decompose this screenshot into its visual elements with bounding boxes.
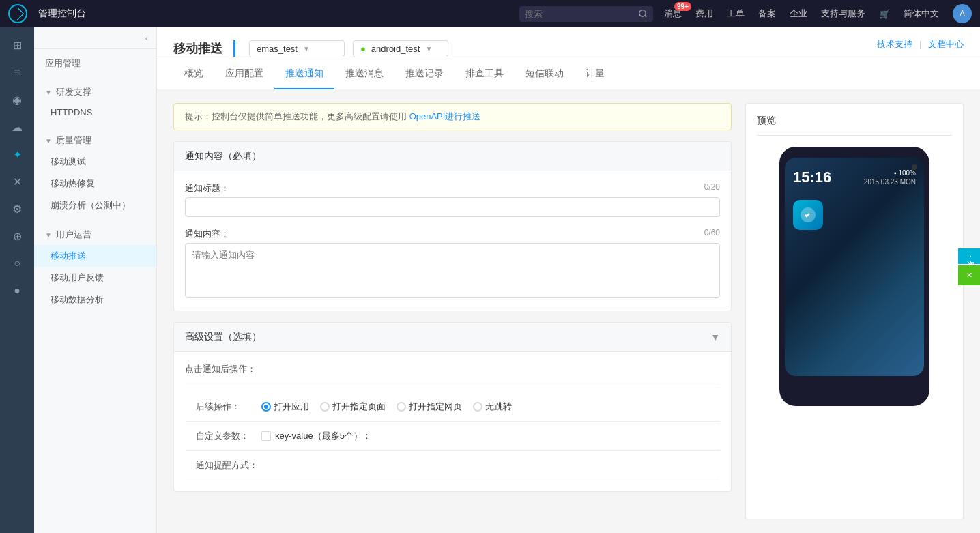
floating-sidebar: 咨询·建议 ✕ [958, 248, 980, 285]
sidebar-icon-gear[interactable]: ⚙ [3, 197, 31, 221]
tab-push-notify[interactable]: 推送通知 [274, 59, 334, 89]
nav-icp[interactable]: 备案 [758, 8, 776, 20]
phone-battery: ▪ 100% [894, 169, 916, 177]
logo-button[interactable] [8, 4, 27, 23]
content-field-label: 通知内容： [185, 228, 229, 240]
sidebar-group-quality: ▼ 质量管理 移动测试 移动热修复 崩溃分析（公测中） [34, 126, 156, 220]
title-field-row: 通知标题： 0/20 [185, 182, 720, 217]
tabs-bar: 概览 应用配置 推送通知 推送消息 推送记录 排查工具 短信联动 计量 [157, 59, 980, 89]
sidebar-group-user: ▼ 用户运营 移动推送 移动用户反馈 移动数据分析 [34, 220, 156, 315]
advanced-section: 高级设置（选填） ▼ 点击通知后操作： 后续操作： [173, 322, 732, 492]
notification-section-title: 通知内容（必填） [185, 150, 261, 162]
sidebar-item-hotfix[interactable]: 移动热修复 [34, 173, 156, 195]
nav-enterprise[interactable]: 企业 [790, 8, 807, 20]
sidebar-item-httpdns[interactable]: HTTPDNS [34, 102, 156, 122]
sidebar-icon-star[interactable]: ✦ [3, 142, 31, 167]
page-title: 移动推送 [173, 40, 235, 57]
sidebar-group-user-header[interactable]: ▼ 用户运营 [34, 225, 156, 245]
radio-no-jump-label: 无跳转 [485, 401, 512, 413]
content-count: 0/60 [704, 228, 720, 240]
sidebar-group-quality-header[interactable]: ▼ 质量管理 [34, 130, 156, 151]
left-sidebar: ‹ 应用管理 ▼ 研发支撑 HTTPDNS ▼ 质量管理 移动测试 移动热修复 … [34, 27, 157, 533]
tab-overview[interactable]: 概览 [173, 59, 214, 89]
floating-consult-btn[interactable]: 咨询·建议 [958, 248, 980, 263]
user-avatar[interactable]: A [953, 4, 972, 23]
sidebar-item-mobile-test[interactable]: 移动测试 [34, 151, 156, 173]
sidebar-icon-menu[interactable]: ≡ [3, 60, 31, 85]
sidebar-item-feedback[interactable]: 移动用户反馈 [34, 267, 156, 289]
sidebar-group-app-header[interactable]: 应用管理 [34, 53, 156, 74]
nav-cart[interactable]: 🛒 [879, 9, 890, 19]
battery-icon: ▪ [894, 169, 897, 177]
tab-sms[interactable]: 短信联动 [515, 59, 575, 89]
radio-open-page[interactable]: 打开指定页面 [320, 401, 386, 413]
nav-fee[interactable]: 费用 [695, 8, 713, 20]
notification-content-input[interactable] [185, 243, 720, 298]
tech-support-link[interactable]: 技术支持 [877, 39, 912, 49]
custom-params-text: key-value（最多5个）： [275, 430, 371, 442]
app-selector-2[interactable]: ● android_test ▼ [353, 40, 448, 57]
sidebar-icon-circle[interactable]: ○ [3, 251, 31, 276]
sidebar-item-crash[interactable]: 崩溃分析（公测中） [34, 195, 156, 216]
link-separator: | [919, 39, 924, 49]
search-input[interactable] [525, 9, 634, 19]
tab-push-record[interactable]: 推送记录 [394, 59, 455, 89]
tab-troubleshoot[interactable]: 排查工具 [455, 59, 515, 89]
sidebar-icon-add[interactable]: ⊕ [3, 224, 31, 248]
openapi-link[interactable]: OpenAPI进行推送 [409, 111, 481, 121]
advanced-section-title: 高级设置（选填） [185, 331, 261, 343]
sidebar-icon-grid[interactable]: ⊞ [3, 33, 31, 57]
sidebar-icon-dot[interactable]: ● [3, 278, 31, 303]
sidebar-icon-monitor[interactable]: ◉ [3, 87, 31, 112]
svg-line-1 [645, 16, 647, 18]
tab-push-msg[interactable]: 推送消息 [334, 59, 394, 89]
radio-open-app-label: 打开应用 [274, 401, 309, 413]
tab-config[interactable]: 应用配置 [214, 59, 274, 89]
follow-action-radios: 打开应用 打开指定页面 打开指定网页 [261, 401, 512, 413]
alert-tip: 提示：控制台仅提供简单推送功能，更多高级配置请使用 OpenAPI进行推送 [173, 103, 732, 130]
sidebar-group-quality-label: 质量管理 [56, 134, 91, 147]
phone-screen: 15:16 ▪ 100% 2015.03.23 MON [785, 158, 924, 376]
sidebar-item-analytics[interactable]: 移动数据分析 [34, 289, 156, 311]
phone-time: 15:16 [793, 169, 831, 186]
sidebar-group-dev-header[interactable]: ▼ 研发支撑 [34, 82, 156, 102]
radio-open-app-circle [261, 402, 271, 412]
floating-close-btn[interactable]: ✕ [958, 265, 980, 285]
radio-no-jump[interactable]: 无跳转 [473, 401, 512, 413]
content-field-row: 通知内容： 0/60 [185, 228, 720, 300]
app2-value: android_test [371, 44, 420, 54]
search-icon [638, 9, 648, 18]
message-badge: 99+ [674, 2, 691, 11]
preview-panel: 预览 15:16 ▪ 100% 2015.03.23 MON [745, 103, 964, 519]
notification-title-input[interactable] [185, 197, 720, 217]
radio-open-url[interactable]: 打开指定网页 [397, 401, 462, 413]
phone-app-icon [793, 200, 823, 230]
advanced-collapse-icon[interactable]: ▼ [710, 332, 720, 343]
nav-ticket[interactable]: 工单 [727, 8, 745, 20]
custom-params-checkbox-box [261, 431, 271, 441]
radio-open-page-label: 打开指定页面 [332, 401, 386, 413]
app2-status-icon: ● [360, 44, 366, 54]
user-arrow-icon: ▼ [45, 231, 52, 239]
logo-icon [11, 7, 25, 20]
nav-message[interactable]: 消息99+ [664, 8, 682, 20]
collapse-button[interactable]: ‹ [34, 27, 156, 49]
app-selector-1[interactable]: emas_test ▼ [249, 40, 345, 57]
radio-open-url-label: 打开指定网页 [409, 401, 462, 413]
notify-method-row: 通知提醒方式： [185, 451, 720, 480]
alert-text: 提示：控制台仅提供简单推送功能，更多高级配置请使用 [185, 111, 407, 121]
nav-lang[interactable]: 简体中文 [904, 8, 939, 20]
custom-params-label: 自定义参数： [196, 430, 250, 442]
custom-params-checkbox[interactable]: key-value（最多5个）： [261, 430, 371, 442]
radio-open-app[interactable]: 打开应用 [261, 401, 309, 413]
sidebar-item-push[interactable]: 移动推送 [34, 245, 156, 267]
nav-support[interactable]: 支持与服务 [821, 8, 865, 20]
sidebar-icon-cloud[interactable]: ☁ [3, 115, 31, 139]
app1-arrow-icon: ▼ [303, 45, 310, 53]
content-area: 移动推送 emas_test ▼ ● android_test ▼ 技术支持 |… [157, 27, 980, 533]
preview-title: 预览 [757, 115, 952, 136]
notification-section-header: 通知内容（必填） [174, 142, 731, 171]
sidebar-icon-cross[interactable]: ✕ [3, 169, 31, 194]
doc-center-link[interactable]: 文档中心 [928, 39, 964, 49]
tab-metric[interactable]: 计量 [575, 59, 616, 89]
